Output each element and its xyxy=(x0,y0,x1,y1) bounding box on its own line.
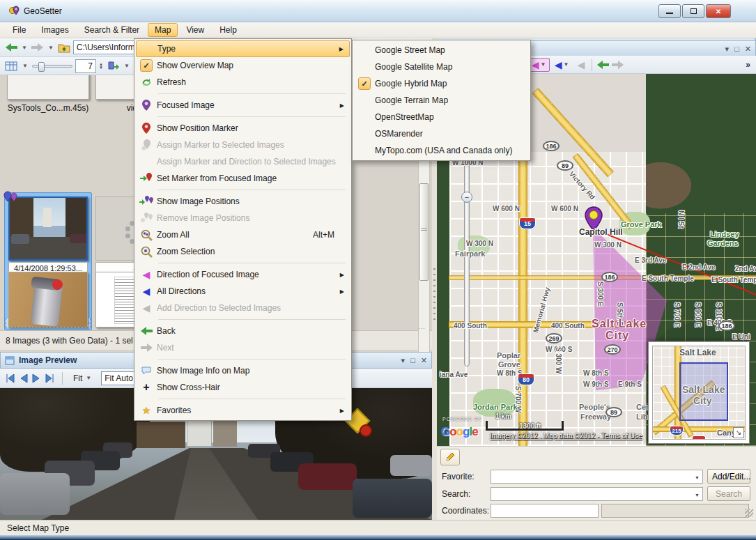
map-menu-item-show-image-positions[interactable]: Show Image Positions xyxy=(136,193,350,210)
pane-close-icon[interactable]: ✕ xyxy=(745,45,751,54)
search-button[interactable]: Search xyxy=(707,486,750,501)
search-combobox[interactable]: ▼ xyxy=(491,487,703,501)
map-label: S 300 W xyxy=(555,347,562,373)
map-menu-item-show-overview-map[interactable]: ✓Show Overview Map xyxy=(136,57,350,74)
zoom-selection-icon xyxy=(136,246,157,258)
route-shield: 215 xyxy=(670,426,684,435)
map-menu-item-refresh[interactable]: Refresh xyxy=(136,74,350,91)
map-menu-item-zoom-all[interactable]: Zoom AllAlt+M xyxy=(136,226,350,243)
menu-item-label: Google Satellite Map xyxy=(375,62,525,72)
overview-inset-map[interactable]: Salt Lake Salt Lake City Canyo 21515 ↘ xyxy=(648,341,750,444)
pane-maximize-icon[interactable]: □ xyxy=(734,45,739,54)
forward-dropdown-icon[interactable]: ▼ xyxy=(47,45,55,51)
menu-item-label: Set Marker from Focused Image xyxy=(157,173,346,183)
close-button[interactable]: ✕ xyxy=(706,4,731,18)
type-submenu-item-openstreetmap[interactable]: OpenStreetMap xyxy=(354,109,529,125)
map-menu-item-remove-image-positions[interactable]: Remove Image Positions xyxy=(136,210,350,226)
type-submenu-item-google-terrain-map[interactable]: Google Terrain Map xyxy=(354,92,529,109)
menu-separator xyxy=(158,116,346,117)
menu-map[interactable]: Map xyxy=(148,23,178,37)
view-mode-dropdown-icon[interactable]: ▼ xyxy=(21,63,29,69)
search-label: Search: xyxy=(442,489,491,499)
sort-dropdown-icon[interactable]: ▼ xyxy=(123,63,131,69)
forward-button[interactable] xyxy=(31,40,45,54)
map-menu-item-set-marker-from-focused-image[interactable]: Set Marker from Focused Image xyxy=(136,170,350,187)
panel-resize-grip[interactable] xyxy=(745,509,753,517)
scale-ft: 1300 ft xyxy=(519,422,541,430)
selected-thumbnail-image[interactable] xyxy=(8,196,88,261)
type-submenu-item-google-hybrid-map[interactable]: ✓Google Hybrid Map xyxy=(354,75,529,92)
map-menu-item-focused-image[interactable]: Focused Image▶ xyxy=(136,97,350,114)
pane-menu-icon[interactable]: ▾ xyxy=(401,356,406,365)
map-menu-item-add-direction-to-selected-images[interactable]: ◀Add Direction to Selected Images xyxy=(136,300,350,316)
map-menu-item-show-cross-hair[interactable]: +Show Cross-Hair xyxy=(136,379,350,396)
fit-button[interactable]: Fit▼ xyxy=(69,372,97,385)
add-direction-icon[interactable]: ◀ xyxy=(575,58,587,72)
inset-collapse-icon[interactable]: ↘ xyxy=(733,427,744,438)
pane-menu-icon[interactable]: ▾ xyxy=(725,45,730,54)
map-next-icon[interactable] xyxy=(611,58,624,72)
scrollbar-thumb[interactable] xyxy=(419,183,429,281)
map-attribution[interactable]: Imagery ©2012 , Map data ©2012 - Terms o… xyxy=(490,432,642,440)
minimize-button[interactable] xyxy=(658,4,681,18)
pane-resize-grip[interactable]: ∙∙∙ xyxy=(418,325,431,330)
map-menu-item-back[interactable]: Back xyxy=(136,323,350,339)
menu-help[interactable]: Help xyxy=(213,23,244,37)
toolbar-overflow-icon[interactable]: » xyxy=(746,60,750,70)
type-submenu-item-google-satellite-map[interactable]: Google Satellite Map xyxy=(354,59,529,75)
next-image-button[interactable] xyxy=(32,373,40,383)
maximize-button[interactable] xyxy=(682,4,704,18)
back-button[interactable] xyxy=(4,40,18,54)
type-submenu-item-mytopo-com-usa-and-canada-only-[interactable]: MyTopo.com (USA and Canada only) xyxy=(354,142,529,159)
menu-images[interactable]: Images xyxy=(34,23,75,37)
thumbnail-image[interactable] xyxy=(8,272,88,327)
preview-title: Image Preview xyxy=(19,355,77,365)
menu-search-filter[interactable]: Search & Filter xyxy=(77,23,146,37)
add-edit-button[interactable]: Add/Edit... xyxy=(707,469,750,484)
menu-item-label: OpenStreetMap xyxy=(375,112,525,122)
edit-pencil-button[interactable] xyxy=(440,449,460,465)
first-image-button[interactable] xyxy=(4,373,15,383)
favorite-combobox[interactable]: ▼ xyxy=(491,470,703,484)
map-menu-item-show-image-info-on-map[interactable]: Show Image Info on Map xyxy=(136,362,350,379)
thumbnail-filename[interactable]: SysTools_Co...m.45s) xyxy=(4,103,92,113)
slider-handle[interactable] xyxy=(38,62,45,72)
type-submenu-item-osmarender[interactable]: OSMarender xyxy=(354,125,529,142)
map-menu-item-zoom-selection[interactable]: Zoom Selection xyxy=(136,243,350,260)
all-directions-toggle[interactable]: ◀▼ xyxy=(552,58,573,72)
pane-maximize-icon[interactable]: □ xyxy=(410,356,415,365)
map-menu-item-all-directions[interactable]: ◀All Directions▶ xyxy=(136,283,350,300)
sort-icon[interactable] xyxy=(106,59,120,73)
direction-focused-toggle[interactable]: ◀▼ xyxy=(529,58,550,72)
map-back-icon[interactable] xyxy=(596,58,609,72)
map-menu-item-type[interactable]: Type▶ xyxy=(136,40,350,57)
type-submenu-popup: Google Street MapGoogle Satellite Map✓Go… xyxy=(352,40,531,161)
previous-image-button[interactable] xyxy=(20,373,28,383)
thumbnail-size-spinner[interactable]: 7 xyxy=(75,59,96,73)
map-menu-item-favorites[interactable]: ★Favorites▶ xyxy=(136,402,350,419)
thumbnail-scrollbar[interactable]: ▼ xyxy=(418,157,430,352)
menu-view[interactable]: View xyxy=(179,23,211,37)
map-menu-item-direction-of-focused-image[interactable]: ◀Direction of Focused Image▶ xyxy=(136,266,350,283)
menu-item-label: All Directions xyxy=(157,286,340,296)
folder-up-icon[interactable] xyxy=(57,40,71,54)
map-menu-item-assign-marker-and-direction-to-selected-images[interactable]: Assign Marker and Direction to Selected … xyxy=(136,153,350,170)
spinner-arrows[interactable]: ▲▼ xyxy=(99,63,103,70)
menu-file[interactable]: File xyxy=(6,23,33,37)
pane-close-icon[interactable]: ✕ xyxy=(421,356,427,365)
map-menu-item-assign-marker-to-selected-images[interactable]: Assign Marker to Selected Images xyxy=(136,137,350,153)
thumbnail-image[interactable] xyxy=(7,75,89,100)
fit-dropdown-icon: ▼ xyxy=(84,375,93,381)
submenu-arrow-icon: ▶ xyxy=(340,408,344,414)
coordinates-label: Coordinates: xyxy=(442,506,491,516)
back-dropdown-icon[interactable]: ▼ xyxy=(20,45,29,51)
coordinates-input[interactable] xyxy=(491,504,599,518)
last-image-button[interactable] xyxy=(45,373,56,383)
type-submenu-item-google-street-map[interactable]: Google Street Map xyxy=(354,42,529,59)
thumbnail-size-slider[interactable] xyxy=(32,65,72,68)
view-mode-icon[interactable] xyxy=(4,59,18,73)
map-menu-item-next[interactable]: Next xyxy=(136,339,350,356)
zoom-slider-handle[interactable]: − xyxy=(461,192,472,203)
map-menu-item-show-position-marker[interactable]: Show Position Marker xyxy=(136,120,350,137)
purple-pin-icon xyxy=(136,100,157,111)
